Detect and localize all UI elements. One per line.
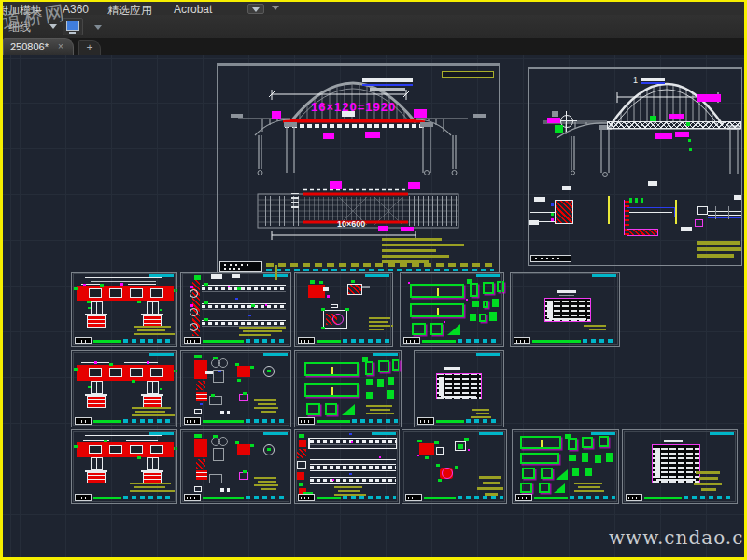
green-mark [464, 438, 469, 441]
green-mark [250, 444, 254, 447]
note-line [366, 413, 394, 414]
section-small [520, 483, 532, 493]
note-line [369, 321, 388, 323]
menu-item-a360[interactable]: A360 [63, 3, 89, 16]
magenta-box [695, 219, 703, 227]
model-space-canvas[interactable]: 16×120=1920 10×600 [3, 55, 744, 557]
green-mark [689, 148, 692, 151]
menu-item-acrobat[interactable]: Acrobat [174, 3, 212, 16]
cyan-strip [263, 353, 288, 356]
green-shape [470, 314, 476, 321]
striped-block [196, 470, 207, 480]
plan-mid-hatch [304, 197, 407, 220]
green-tag [555, 125, 563, 133]
green-shape [366, 392, 373, 399]
section-small [522, 468, 535, 479]
girder-ticks [202, 322, 286, 325]
title-strip-green [532, 340, 581, 343]
green-mark [425, 456, 429, 459]
green-mark [250, 366, 254, 369]
note-line [382, 244, 464, 246]
note-line [135, 411, 165, 413]
note-line [254, 399, 276, 401]
white-dashes [220, 488, 230, 492]
title-strip-green [93, 340, 121, 343]
green-mark [243, 392, 247, 395]
green-shape [492, 299, 499, 307]
green-mark [688, 139, 691, 142]
green-mark [194, 434, 202, 438]
red-end-block [299, 440, 306, 447]
tab-close-icon[interactable]: × [58, 41, 63, 51]
section-small [497, 281, 504, 292]
red-hatch-band [627, 229, 658, 236]
note-line [382, 255, 449, 258]
girder-ticks [202, 287, 286, 290]
magenta-mark [327, 295, 330, 298]
magenta-grip [444, 321, 445, 323]
title-strip-green [93, 420, 121, 423]
note-line [699, 477, 718, 480]
note-line [589, 329, 606, 330]
beam-line [310, 448, 396, 449]
panel-title-strip [184, 417, 288, 425]
magenta-mark [190, 286, 193, 288]
plan-tag-1 [330, 181, 342, 189]
title-strip-green [203, 420, 244, 423]
center-tick [331, 387, 333, 395]
title-strip-dashes [458, 339, 500, 343]
view-scale-text-bar [370, 88, 405, 91]
blue-mark [551, 203, 554, 206]
note-line [584, 325, 606, 327]
new-tab-button[interactable]: + [78, 40, 101, 55]
label-box [211, 274, 222, 279]
beam-end-cap [396, 438, 398, 449]
magenta-mark [147, 361, 149, 364]
title-strip-box [298, 494, 315, 501]
ribbon-overflow-button[interactable] [247, 4, 264, 14]
title-strip-dashes [466, 419, 500, 423]
sheet-anchor-details-2 [180, 429, 291, 504]
green-mark [251, 304, 255, 307]
note-line [382, 238, 442, 241]
file-tab-active[interactable]: 250806* × [3, 38, 74, 55]
section-rect [410, 284, 464, 298]
label-box [681, 227, 692, 231]
pier-base-circles [571, 171, 608, 177]
note-line [258, 481, 276, 483]
note-line [477, 487, 503, 490]
green-mark [137, 301, 141, 303]
girder-top-line [202, 303, 286, 304]
sheet-pier-cap-1 [71, 272, 177, 347]
green-mark [686, 122, 690, 126]
panel-title-strip [626, 494, 734, 501]
green-mark [310, 280, 315, 284]
note-line [239, 327, 286, 329]
toolbar-overflow-caret-icon[interactable] [94, 25, 102, 30]
table-footer-row [441, 396, 476, 398]
section-small [306, 403, 320, 415]
cyan-strip [263, 432, 288, 435]
title-strip-dashes [246, 496, 288, 499]
green-mark [194, 355, 202, 358]
note-line [134, 326, 171, 328]
datum-cross-v [566, 111, 567, 132]
note-line [137, 329, 165, 331]
cyan-strip [372, 432, 396, 435]
sheet-title-block [219, 261, 262, 272]
green-shape [572, 468, 579, 476]
title-strip-dashes [266, 263, 494, 267]
green-mark [299, 483, 303, 486]
green-mark [319, 281, 323, 284]
ribbon-options-caret-icon[interactable] [272, 6, 279, 10]
title-strip-box [184, 417, 201, 425]
section-small [470, 283, 478, 297]
section-small [483, 301, 488, 308]
green-mark [267, 448, 271, 451]
magenta-mark [351, 441, 353, 443]
cyan-strip [710, 432, 734, 435]
green-mark [88, 307, 91, 309]
green-triangle [447, 324, 460, 335]
stiffener [728, 206, 729, 219]
note-line [338, 490, 360, 492]
